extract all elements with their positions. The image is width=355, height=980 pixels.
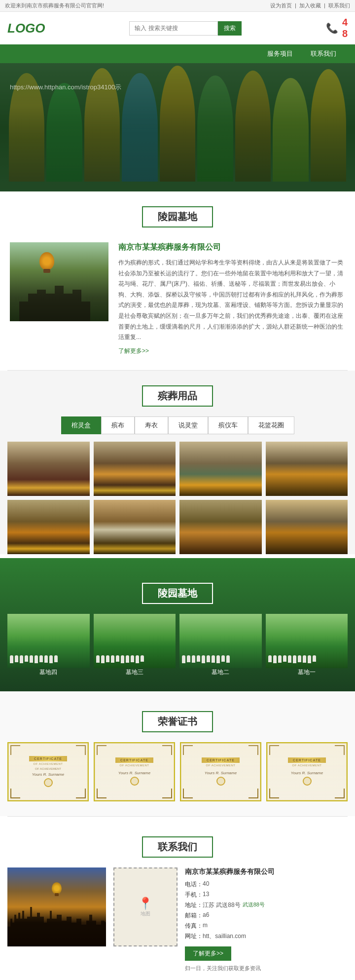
contact-company: 南京市某某殡葬服务有限公司 [185,867,348,876]
company-name: 南京市某某殡葬服务有限公司 [118,242,345,253]
header: LOGO 搜索 📞 4 8 [0,12,355,44]
mausoleum-item-2[interactable]: 墓地二 [179,614,262,677]
contact-fax: 传真： m [185,922,348,930]
mausoleum-label-2: 墓地二 [179,668,262,677]
read-more-link[interactable]: 了解更多>> [118,347,149,355]
products-tabs: 棺灵盒 殡布 寿衣 说灵堂 殡仪车 花篮花圈 [0,416,355,434]
phone-number: 4 [342,17,348,28]
address-value: 江苏 武送88号 [203,901,241,909]
website-label: 网址： [185,932,203,941]
mausoleum-label-4: 墓地四 [7,668,90,677]
certificate-1[interactable]: CERTIFICATE OF ACHIEVEMENT OF ACHIEVEMEN… [7,742,89,801]
honor-section: 荣誉证书 CERTIFICATE OF ACHIEVEMENT OF ACHIE… [0,691,355,816]
fax-number: 8 [342,28,348,39]
mobile-label: 手机： [185,891,203,899]
tab-coffin-box[interactable]: 棺灵盒 [61,416,101,434]
mausoleum-intro-title-wrap: 陵园墓地 [0,191,355,237]
search-box: 搜索 [129,21,242,36]
phone-numbers: 4 8 [342,17,348,39]
top-bar-links: 设为首页 | 加入收藏 | 联系我们 [266,2,350,9]
tab-flowers[interactable]: 花篮花圈 [248,416,294,434]
about-section: 南京市某某殡葬服务有限公司 作为殡葬的形式，我们通过网站学和考生学等资料得绕，由… [0,237,355,370]
product-3[interactable] [179,442,262,496]
mausoleum-title-wrap: 陵园墓地 [0,568,355,614]
phone-value: 40 [203,880,209,889]
certificate-4[interactable]: CERTIFICATE OF ACHIEVEMENT Yours R. Surn… [266,742,348,801]
products-row-2 [0,500,355,554]
phone-num-main: 4 [342,17,348,28]
product-8[interactable] [266,500,348,554]
contact-image [7,867,106,946]
tab-funeral-cloth[interactable]: 殡布 [101,416,135,434]
mausoleum-label-1: 墓地一 [266,668,348,677]
address-label: 地址： [185,901,203,909]
about-image [10,242,108,321]
banner-overlay [0,63,355,191]
banner-url: https://www.httphan.com/istrop34100示 [10,83,121,92]
mobile-value: 13 [203,891,209,899]
tab-funeral-hall[interactable]: 说灵堂 [168,416,208,434]
certificates-grid: CERTIFICATE OF ACHIEVEMENT OF ACHIEVEMEN… [0,742,355,801]
mausoleum-intro-title: 陵园墓地 [142,206,213,227]
honor-title: 荣誉证书 [142,711,213,732]
contact-phone: 电话： 40 [185,880,348,889]
phone-label: 电话： [185,880,203,889]
address-extra: 武送88号 [243,901,265,909]
top-bar-sep2: | [324,2,325,8]
contact-email: 邮箱： a6 [185,911,348,920]
tab-burial-clothes[interactable]: 寿衣 [135,416,168,434]
mausoleum-item-1[interactable]: 墓地一 [266,614,348,677]
header-phone: 📞 4 8 [326,17,348,39]
mausoleum-item-4[interactable]: 墓地四 [7,614,90,677]
mausoleum-grid: 墓地四 墓地三 [0,614,355,677]
top-bar-sep1: | [295,2,296,8]
tab-hearse[interactable]: 殡仪车 [208,416,248,434]
mausoleum-label-3: 墓地三 [94,668,176,677]
website-value: htt、saillian.com [203,932,246,941]
product-5[interactable] [7,500,90,554]
contact-title-wrap: 联系我们 [0,822,355,867]
add-fav-link[interactable]: 加入收藏 [299,2,321,8]
fax-label-row: 传真： [185,922,203,930]
products-row-1 [0,442,355,496]
set-home-link[interactable]: 设为首页 [270,2,292,8]
product-4[interactable] [266,442,348,496]
certificate-2[interactable]: CERTIFICATE OF ACHIEVEMENT Yours R. Surn… [94,742,175,801]
mausoleum-item-3[interactable]: 墓地三 [94,614,176,677]
contact-content: 📍 地图 南京市某某殡葬服务有限公司 电话： 40 手机： 13 地址： 江苏 … [0,867,355,972]
fax-num: 8 [342,28,348,39]
contact-section: 联系我们 📍 地图 南京市某某殡葬服务有限公司 电话： 40 手机： [0,817,355,980]
contact-title: 联系我们 [142,836,213,858]
about-description: 作为殡葬的形式，我们通过网站学和考生学等资料得绕，由古人从来是将装置做了一类社会… [118,258,345,343]
product-2[interactable] [94,442,176,496]
contact-mobile: 手机： 13 [185,891,348,899]
banner: https://www.httphan.com/istrop34100示 [0,63,355,191]
honor-title-wrap: 荣誉证书 [0,696,355,742]
product-1[interactable] [7,442,90,496]
contact-more-btn[interactable]: 了解更多>> [185,946,231,961]
map-placeholder: 📍 地图 [138,897,153,917]
contact-link[interactable]: 联系我们 [328,2,350,8]
mausoleum-title: 陵园墓地 [142,583,213,604]
contact-address: 地址： 江苏 武送88号 武送88号 [185,901,348,909]
funeral-products-section: 殡葬用品 棺灵盒 殡布 寿衣 说灵堂 殡仪车 花篮花圈 [0,371,355,554]
certificate-3[interactable]: CERTIFICATE OF ACHIEVEMENT Yours R. Surn… [180,742,261,801]
search-input[interactable] [129,21,218,36]
search-button[interactable]: 搜索 [218,21,242,36]
nav-contact[interactable]: 联系我们 [302,44,345,63]
email-value: a6 [203,911,209,920]
nav-service[interactable]: 服务项目 [258,44,302,63]
product-7[interactable] [179,500,262,554]
mausoleum-intro-section: 陵园墓地 南京市某某殡葬服务有限公司 作为殡葬的形式，我们通过网站学和考生学等资… [0,191,355,370]
phone-icon: 📞 [326,22,338,34]
contact-info: 南京市某某殡葬服务有限公司 电话： 40 手机： 13 地址： 江苏 武送88号… [185,867,348,972]
about-content: 南京市某某殡葬服务有限公司 作为殡葬的形式，我们通过网站学和考生学等资料得绕，由… [118,242,345,355]
contact-map: 📍 地图 [113,867,178,946]
email-label: 邮箱： [185,911,203,920]
contact-website: 网址： htt、saillian.com [185,932,348,941]
contact-note: 归一日，关注我们获取更多资讯 [185,965,348,972]
top-bar: 欢迎来到南京市殡葬服务有限公司官官网! 设为首页 | 加入收藏 | 联系我们 [0,0,355,12]
product-6[interactable] [94,500,176,554]
mausoleum-section: 陵园墓地 墓地四 [0,558,355,691]
funeral-products-title-wrap: 殡葬用品 [0,371,355,416]
